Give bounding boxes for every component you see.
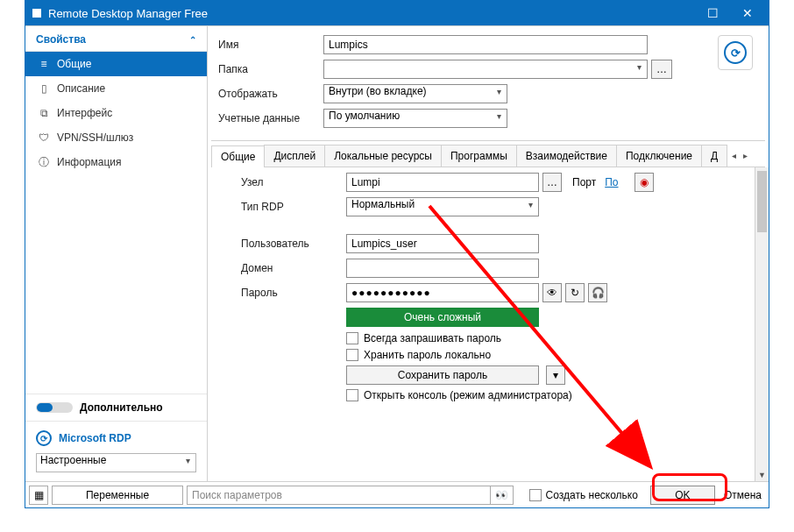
scroll-thumb[interactable]: [757, 171, 767, 232]
info-icon: ⓘ: [38, 156, 50, 168]
sidebar-header-label: Свойства: [36, 33, 86, 46]
host-label: Узел: [241, 176, 346, 188]
tabs-scroll-right[interactable]: ▸: [741, 149, 749, 162]
rdp-config-select[interactable]: Настроенные: [36, 453, 196, 472]
sidebar-item-info[interactable]: ⓘ Информация: [25, 150, 207, 174]
tab-interaction[interactable]: Взаимодействие: [516, 145, 617, 167]
domain-input[interactable]: [346, 259, 539, 278]
domain-label: Домен: [241, 262, 346, 274]
app-icon: [32, 9, 41, 18]
session-type-badge: ⟳: [718, 35, 753, 70]
scroll-down-icon[interactable]: ▼: [755, 469, 769, 481]
checkbox-icon: [346, 349, 358, 361]
checkbox-icon: [346, 389, 358, 401]
folder-label: Папка: [218, 63, 323, 75]
port-default-link[interactable]: По: [605, 176, 618, 188]
user-input[interactable]: [346, 234, 539, 253]
user-label: Пользователь: [241, 238, 346, 250]
name-input[interactable]: [323, 35, 648, 54]
form-top: ⟳ Имя Папка … Отображать Внутри (во вкла…: [208, 26, 769, 138]
display-select[interactable]: Внутри (во вкладке): [323, 84, 507, 103]
password-history-button[interactable]: ↻: [565, 283, 585, 302]
grid-view-button[interactable]: ▦: [29, 486, 48, 505]
create-multiple-checkbox[interactable]: Создать несколько: [529, 489, 638, 501]
rdp-type-select[interactable]: Нормальный: [346, 197, 539, 216]
save-password-dropdown[interactable]: ▾: [546, 365, 565, 385]
advanced-toggle-icon: [36, 402, 73, 413]
sidebar-item-label: Общие: [57, 58, 91, 70]
ok-button[interactable]: OK: [650, 486, 715, 505]
sidebar-header[interactable]: Свойства ⌃: [25, 26, 207, 52]
tab-general[interactable]: Общие: [211, 145, 265, 167]
tab-strip: Общие Дисплей Локальные ресурсы Программ…: [211, 145, 765, 167]
search-params-input[interactable]: Поиск параметров: [187, 486, 491, 505]
variables-button[interactable]: Переменные: [52, 486, 183, 505]
password-strength-bar: Очень сложный: [346, 308, 539, 327]
checkbox-icon: [529, 489, 542, 501]
rdp-type-label: Тип RDP: [241, 201, 346, 213]
create-multiple-label: Создать несколько: [546, 489, 638, 501]
sidebar-item-label: Интерфейс: [57, 107, 112, 119]
sidebar-item-label: Описание: [57, 82, 105, 95]
vertical-scrollbar[interactable]: ▲ ▼: [755, 167, 769, 481]
password-input[interactable]: [346, 283, 539, 302]
title-bar: Remote Desktop Manager Free ☐ ✕: [25, 1, 769, 25]
folder-select[interactable]: [323, 60, 648, 79]
sidebar-item-interface[interactable]: ⧉ Интерфейс: [25, 101, 207, 125]
open-console-label: Открыть консоль (режим администратора): [364, 389, 572, 401]
close-button[interactable]: ✕: [730, 1, 765, 25]
sidebar-advanced-label: Дополнительно: [80, 401, 163, 414]
sidebar-rdp-header: ⟳ Microsoft RDP: [36, 430, 196, 446]
file-icon: ▯: [38, 82, 50, 95]
list-icon: ≡: [38, 58, 50, 70]
rdp-config-select-value: Настроенные: [40, 454, 106, 466]
save-password-button[interactable]: Сохранить пароль: [346, 365, 539, 385]
tab-body: Узел … Порт По ◉ Тип RDP Нормальный Поль…: [208, 167, 769, 481]
tab-connection[interactable]: Подключение: [616, 145, 702, 167]
folder-browse-button[interactable]: …: [651, 60, 672, 79]
sidebar-item-label: Информация: [57, 156, 121, 168]
sidebar-rdp-title: Microsoft RDP: [59, 432, 131, 444]
divider: [211, 140, 765, 141]
app-window: Remote Desktop Manager Free ☐ ✕ Свойства…: [25, 0, 769, 508]
tab-programs[interactable]: Программы: [441, 145, 517, 167]
open-console-row[interactable]: Открыть консоль (режим администратора): [346, 389, 748, 401]
host-browse-button[interactable]: …: [542, 173, 562, 192]
tabs-scroll-left[interactable]: ◂: [730, 149, 738, 162]
tab-general-content: Узел … Порт По ◉ Тип RDP Нормальный Поль…: [208, 167, 755, 481]
always-ask-password-label: Всегда запрашивать пароль: [364, 332, 501, 344]
cancel-button[interactable]: Отмена: [724, 489, 762, 501]
always-ask-password-row[interactable]: Всегда запрашивать пароль: [346, 332, 748, 344]
sidebar-item-label: VPN/SSH/шлюз: [57, 131, 133, 144]
sidebar-item-general[interactable]: ≡ Общие: [25, 52, 207, 76]
window-title: Remote Desktop Manager Free: [48, 7, 695, 20]
search-icon[interactable]: 👀: [491, 486, 514, 505]
reveal-password-button[interactable]: 👁: [542, 283, 562, 302]
sidebar-advanced[interactable]: Дополнительно: [25, 394, 207, 421]
wake-on-lan-button[interactable]: ◉: [634, 173, 654, 192]
shield-icon: 🛡: [38, 131, 50, 144]
port-label: Порт: [572, 176, 596, 188]
checkbox-icon: [346, 332, 358, 344]
name-label: Имя: [218, 39, 323, 51]
sidebar-rdp-panel: ⟳ Microsoft RDP Настроенные: [25, 421, 207, 481]
store-password-local-row[interactable]: Хранить пароль локально: [346, 349, 748, 361]
credentials-label: Учетные данные: [218, 112, 323, 124]
main-panel: ⟳ Имя Папка … Отображать Внутри (во вкла…: [208, 26, 769, 481]
store-password-local-label: Хранить пароль локально: [364, 349, 491, 361]
footer: ▦ Переменные Поиск параметров 👀 Создать …: [25, 481, 769, 507]
chevron-up-icon: ⌃: [189, 35, 196, 45]
rdp-icon: ⟳: [724, 41, 747, 64]
host-input[interactable]: [346, 173, 539, 192]
credentials-select[interactable]: По умолчанию: [323, 109, 507, 128]
sidebar-item-description[interactable]: ▯ Описание: [25, 76, 207, 101]
tab-more[interactable]: Д: [701, 145, 727, 167]
display-label: Отображать: [218, 88, 323, 100]
rdp-icon: ⟳: [36, 430, 52, 446]
tab-display[interactable]: Дисплей: [264, 145, 325, 167]
password-label: Пароль: [241, 287, 346, 299]
tab-local-resources[interactable]: Локальные ресурсы: [324, 145, 442, 167]
password-generate-button[interactable]: 🎧: [588, 283, 607, 302]
sidebar-item-vpn[interactable]: 🛡 VPN/SSH/шлюз: [25, 125, 207, 150]
maximize-button[interactable]: ☐: [695, 1, 730, 25]
